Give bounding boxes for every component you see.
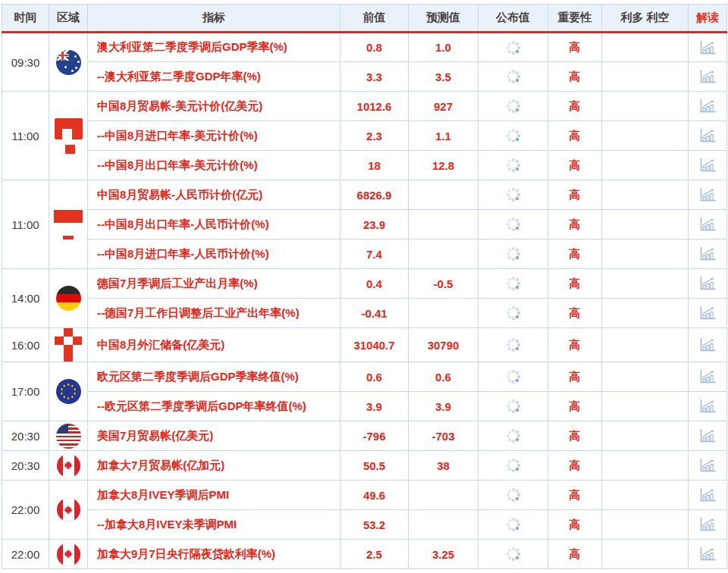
table-row: 16:00中国8月外汇储备(亿美元)31040.730790高 <box>2 328 727 362</box>
forecast-value-cell <box>409 510 479 540</box>
maple-leaf-icon <box>63 460 74 471</box>
previous-value-cell: 50.5 <box>340 451 409 481</box>
table-row: 17:00欧元区第二季度季调后GDP季率终值(%)0.60.6高 <box>2 362 727 392</box>
interpretation-cell <box>689 180 727 210</box>
interpretation-cell <box>689 121 727 151</box>
published-value-cell <box>479 92 548 121</box>
published-value-cell <box>479 481 548 510</box>
importance-cell: 高 <box>548 392 602 421</box>
indicator-cell: 欧元区第二季度季调后GDP季率终值(%) <box>88 362 340 392</box>
indicator-cell: --澳大利亚第二季度GDP年率(%) <box>88 62 340 92</box>
previous-value-cell: 53.2 <box>340 510 409 540</box>
forecast-value-cell: 12.8 <box>409 151 479 180</box>
loading-spinner-icon <box>507 129 520 142</box>
bullish-bearish-cell <box>602 269 689 299</box>
loading-spinner-icon <box>507 99 520 113</box>
chart-icon[interactable] <box>699 517 717 532</box>
interpretation-cell <box>689 92 727 121</box>
column-header-region: 区域 <box>49 5 88 33</box>
maple-leaf-icon <box>63 504 74 515</box>
published-value-cell <box>479 451 548 481</box>
interpretation-cell <box>689 362 727 392</box>
chart-icon[interactable] <box>699 187 717 202</box>
chart-icon[interactable] <box>699 99 717 114</box>
chart-icon[interactable] <box>699 458 717 473</box>
published-value-cell <box>479 240 548 269</box>
indicator-cell: --中国8月出口年率-美元计价(%) <box>88 151 340 180</box>
chart-icon[interactable] <box>699 369 717 384</box>
previous-value-cell: 2.5 <box>340 540 409 569</box>
importance-cell: 高 <box>548 451 602 481</box>
region-flag-cell <box>49 421 88 451</box>
importance-cell: 高 <box>548 151 602 180</box>
forecast-value-cell: 3.9 <box>409 392 479 421</box>
time-cell: 11:00 <box>2 92 49 180</box>
chart-icon[interactable] <box>699 428 717 443</box>
indicator-cell: 中国8月贸易帐-人民币计价(亿元) <box>88 180 340 210</box>
chart-icon[interactable] <box>699 158 717 173</box>
region-flag-cell <box>49 362 88 421</box>
indicator-cell: 美国7月贸易帐(亿美元) <box>88 421 340 451</box>
bullish-bearish-cell <box>602 121 689 151</box>
indicator-cell: 德国7月季调后工业产出月率(%) <box>88 269 340 299</box>
interpretation-cell <box>689 33 727 62</box>
bullish-bearish-cell <box>602 299 689 328</box>
table-row: --德国7月工作日调整后工业产出年率(%)-0.41高 <box>2 299 727 328</box>
chart-icon[interactable] <box>699 399 717 414</box>
column-header-previous: 前值 <box>340 5 409 33</box>
forecast-value-cell: 1.1 <box>409 121 479 151</box>
forecast-value-cell: 30790 <box>409 328 479 362</box>
indicator-cell: --中国8月进口年率-人民币计价(%) <box>88 240 340 269</box>
loading-spinner-icon <box>507 547 520 561</box>
published-value-cell <box>479 328 548 362</box>
loading-spinner-icon <box>507 370 520 384</box>
canada-flag-icon <box>56 453 81 478</box>
loading-spinner-icon <box>507 70 520 83</box>
time-cell: 20:30 <box>2 421 49 451</box>
maple-leaf-icon <box>63 549 74 560</box>
chart-icon[interactable] <box>699 217 717 232</box>
chart-icon[interactable] <box>699 128 717 143</box>
bullish-bearish-cell <box>602 362 689 392</box>
chart-icon[interactable] <box>699 337 717 352</box>
forecast-value-cell <box>409 299 479 328</box>
table-row: --中国8月出口年率-美元计价(%)1812.8高 <box>2 151 727 180</box>
previous-value-cell: 23.9 <box>340 210 409 240</box>
region-flag-cell <box>49 328 88 362</box>
chart-icon[interactable] <box>699 246 717 261</box>
column-header-indicator: 指标 <box>88 5 340 33</box>
chart-icon[interactable] <box>699 487 717 503</box>
published-value-cell <box>479 510 548 540</box>
indicator-cell: 加拿大9月7日央行隔夜贷款利率(%) <box>88 540 340 569</box>
previous-value-cell: 1012.6 <box>340 92 409 121</box>
table-row: 11:00中国8月贸易帐-人民币计价(亿元)6826.9高 <box>2 180 727 210</box>
published-value-cell <box>479 121 548 151</box>
table-row: --中国8月进口年率-美元计价(%)2.31.1高 <box>2 121 727 151</box>
loading-spinner-icon <box>507 429 520 443</box>
published-value-cell <box>479 151 548 180</box>
loading-spinner-icon <box>507 188 520 202</box>
forecast-value-cell: 927 <box>409 92 479 121</box>
loading-spinner-icon <box>507 306 520 320</box>
chart-icon[interactable] <box>699 69 717 84</box>
importance-cell: 高 <box>548 362 602 392</box>
importance-cell: 高 <box>548 299 602 328</box>
indicator-cell: --加拿大8月IVEY未季调PMI <box>88 510 340 540</box>
interpretation-cell <box>689 151 727 180</box>
chart-icon[interactable] <box>699 546 717 562</box>
previous-value-cell: 6826.9 <box>340 180 409 210</box>
bullish-bearish-cell <box>602 540 689 569</box>
loading-spinner-icon <box>507 488 520 502</box>
forecast-value-cell <box>409 180 479 210</box>
table-row: --欧元区第二季度季调后GDP年率终值(%)3.93.9高 <box>2 392 727 421</box>
loading-spinner-icon <box>507 218 520 231</box>
chart-icon[interactable] <box>699 40 717 55</box>
bullish-bearish-cell <box>602 392 689 421</box>
chart-icon[interactable] <box>699 276 717 291</box>
interpretation-cell <box>689 540 727 569</box>
bullish-bearish-cell <box>602 451 689 481</box>
broken-flag-image <box>55 328 82 362</box>
table-row: --澳大利亚第二季度GDP年率(%)3.33.5高 <box>2 62 727 92</box>
chart-icon[interactable] <box>699 305 717 321</box>
interpretation-cell <box>689 328 727 362</box>
